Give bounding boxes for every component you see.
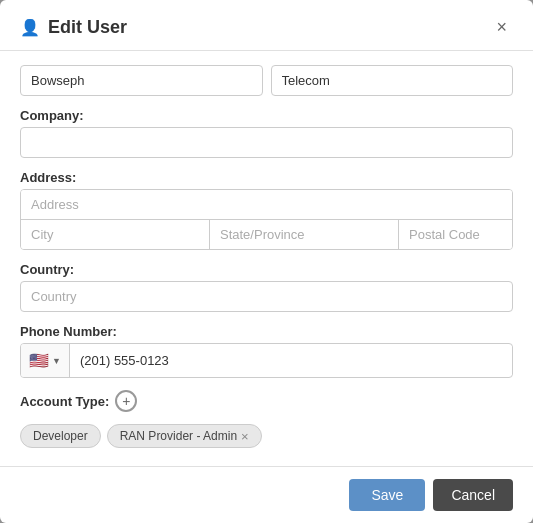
add-account-type-button[interactable]: + xyxy=(115,390,137,412)
country-group: Country: xyxy=(20,262,513,312)
modal-overlay: 👤 Edit User × Company: Address: xyxy=(0,0,533,523)
tag-developer-label: Developer xyxy=(33,429,88,443)
tag-developer: Developer xyxy=(20,424,101,448)
phone-label: Phone Number: xyxy=(20,324,513,339)
account-type-label: Account Type: xyxy=(20,394,109,409)
modal-title-text: Edit User xyxy=(48,17,127,38)
address-fields xyxy=(20,189,513,250)
modal-body: Company: Address: xyxy=(0,51,533,466)
postal-input[interactable] xyxy=(399,220,513,249)
tag-ran-provider: RAN Provider - Admin × xyxy=(107,424,262,448)
tag-ran-provider-remove[interactable]: × xyxy=(241,430,249,443)
flag-icon: 🇺🇸 xyxy=(29,351,49,370)
address-line2 xyxy=(21,220,512,249)
company-input[interactable] xyxy=(20,127,513,158)
modal-footer: Save Cancel xyxy=(0,466,533,523)
company-top-input[interactable] xyxy=(271,65,514,96)
close-button[interactable]: × xyxy=(490,16,513,38)
user-icon: 👤 xyxy=(20,18,40,37)
country-input[interactable] xyxy=(20,281,513,312)
modal-header: 👤 Edit User × xyxy=(0,0,533,51)
address-line1 xyxy=(21,190,512,220)
account-type-row: Account Type: + xyxy=(20,390,513,412)
edit-user-modal: 👤 Edit User × Company: Address: xyxy=(0,0,533,523)
phone-row: 🇺🇸 ▼ xyxy=(20,343,513,378)
save-button[interactable]: Save xyxy=(349,479,425,511)
address-label: Address: xyxy=(20,170,513,185)
first-name-input[interactable] xyxy=(20,65,263,96)
dropdown-arrow-icon: ▼ xyxy=(52,356,61,366)
name-row xyxy=(20,51,513,96)
tag-ran-provider-label: RAN Provider - Admin xyxy=(120,429,237,443)
address-input[interactable] xyxy=(21,190,512,220)
state-input[interactable] xyxy=(210,220,399,249)
tags-row: Developer RAN Provider - Admin × xyxy=(20,424,513,448)
company-label: Company: xyxy=(20,108,513,123)
company-group: Company: xyxy=(20,108,513,158)
flag-dropdown[interactable]: 🇺🇸 ▼ xyxy=(21,344,70,377)
phone-group: Phone Number: 🇺🇸 ▼ xyxy=(20,324,513,378)
address-group: Address: xyxy=(20,170,513,250)
country-label: Country: xyxy=(20,262,513,277)
modal-title: 👤 Edit User xyxy=(20,17,127,38)
city-input[interactable] xyxy=(21,220,210,249)
phone-input[interactable] xyxy=(70,346,512,375)
cancel-button[interactable]: Cancel xyxy=(433,479,513,511)
